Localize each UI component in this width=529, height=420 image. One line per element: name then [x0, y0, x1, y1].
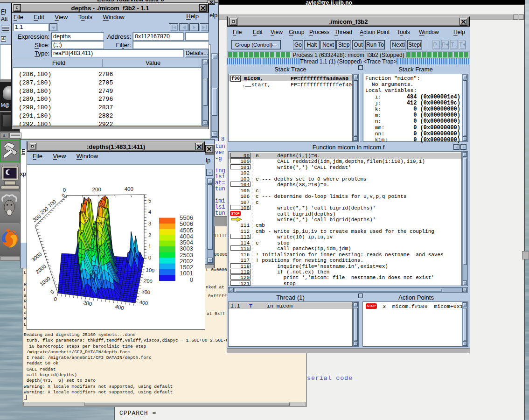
svg-text:200: 200 [144, 278, 153, 284]
svg-text:1: 1 [148, 244, 151, 249]
svg-text:3: 3 [148, 221, 151, 226]
svg-text:400: 400 [125, 186, 133, 192]
svg-text:0: 0 [148, 255, 151, 260]
svg-text:2000: 2000 [35, 263, 47, 275]
svg-text:100: 100 [146, 267, 155, 273]
svg-text:0: 0 [190, 276, 193, 283]
svg-text:400: 400 [139, 299, 148, 306]
svg-text:0: 0 [61, 192, 66, 198]
svg-text:200: 200 [92, 187, 101, 192]
svg-text:300: 300 [141, 288, 151, 295]
svg-text:4: 4 [148, 209, 151, 215]
svg-text:400: 400 [115, 304, 125, 311]
svg-text:0: 0 [53, 296, 57, 302]
svg-text:5: 5 [148, 198, 151, 203]
svg-text:2: 2 [148, 232, 151, 238]
svg-text:200: 200 [83, 300, 92, 307]
svg-text:3000: 3000 [30, 251, 43, 263]
svg-text:0: 0 [63, 187, 66, 193]
svg-text:1000: 1000 [39, 275, 51, 287]
svg-text:0: 0 [49, 289, 55, 295]
